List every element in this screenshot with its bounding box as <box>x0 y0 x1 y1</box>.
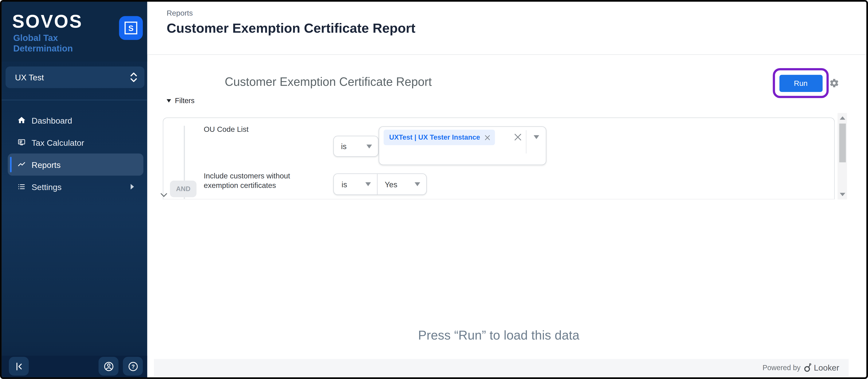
screenshot-root: SOVOS Global Tax Determination S UX Test <box>0 0 868 379</box>
account-circle-icon <box>103 360 114 372</box>
list-icon <box>17 182 26 191</box>
trend-line-icon <box>17 160 26 169</box>
sidebar-nav: Dashboard Tax Calculator <box>2 109 147 198</box>
app-window: SOVOS Global Tax Determination S UX Test <box>0 0 868 379</box>
sidebar-footer: ? <box>2 356 147 377</box>
sovos-app-badge[interactable]: S <box>119 16 143 40</box>
sidebar-item-tax-calculator[interactable]: Tax Calculator <box>8 132 143 153</box>
sidebar: SOVOS Global Tax Determination S UX Test <box>2 2 147 377</box>
sidebar-item-label: Settings <box>32 182 62 192</box>
scroll-down-arrow-icon[interactable] <box>840 193 845 196</box>
active-item-accent-bar <box>10 157 11 172</box>
chevron-down-icon[interactable] <box>533 135 539 139</box>
chevron-down-icon <box>365 182 371 186</box>
powered-by-label: Powered by <box>763 363 800 372</box>
filters-panel: OU Code List is UXTest | UX Tester Insta… <box>163 117 835 200</box>
filter-value-multiselect[interactable]: UXTest | UX Tester Instance <box>379 126 547 165</box>
run-button[interactable]: Run <box>779 75 822 91</box>
page-title: Customer Exemption Certificate Report <box>167 21 415 36</box>
filter-field-label: Include customers without exemption cert… <box>204 171 306 190</box>
chip-label: UXTest | UX Tester Instance <box>389 134 480 141</box>
gear-icon[interactable] <box>829 78 839 88</box>
page-header: Reports Customer Exemption Certificate R… <box>147 2 866 55</box>
empty-state-message: Press “Run” to load this data <box>163 328 835 343</box>
multiselect-divider <box>526 130 527 153</box>
filter-value-select[interactable]: Yes <box>378 174 426 195</box>
main-content: Reports Customer Exemption Certificate R… <box>147 2 866 377</box>
dashboard-title: Customer Exemption Certificate Report <box>225 75 432 89</box>
account-button[interactable] <box>99 357 119 376</box>
filter-operator-select[interactable]: is <box>333 136 378 157</box>
sidebar-item-label: Dashboard <box>32 116 72 125</box>
badge-letter: S <box>128 24 134 32</box>
submenu-arrow-icon <box>131 184 134 190</box>
product-name-line1: Global Tax <box>13 33 58 43</box>
filter-operator-select[interactable]: is <box>334 174 378 195</box>
filter-operator-value-group: is Yes <box>333 173 427 195</box>
brand-logo-text: SOVOS <box>12 11 83 32</box>
looker-dashboard-frame: Customer Exemption Certificate Report Ru… <box>154 56 848 377</box>
looker-logo-icon <box>804 363 812 373</box>
sidebar-item-settings[interactable]: Settings <box>8 176 143 198</box>
chevron-down-icon <box>367 144 372 148</box>
sidebar-item-label: Reports <box>32 160 61 169</box>
and-operator-badge: AND <box>170 180 196 197</box>
collapse-icon <box>13 360 25 372</box>
selected-value-chip: UXTest | UX Tester Instance <box>383 130 495 145</box>
sidebar-item-reports[interactable]: Reports <box>8 153 144 176</box>
operator-value: is <box>342 180 347 188</box>
svg-text:?: ? <box>131 363 134 369</box>
filter-field-label: OU Code List <box>204 125 249 134</box>
help-button[interactable]: ? <box>123 357 143 376</box>
filter-row-collapse-chevron-icon[interactable] <box>160 190 168 196</box>
tenant-selector[interactable]: UX Test <box>5 66 144 88</box>
operator-value: is <box>341 142 347 151</box>
looker-footer: Powered by Looker <box>154 359 848 376</box>
chevron-down-icon <box>415 182 420 186</box>
sidebar-divider <box>2 100 147 100</box>
filter-value: Yes <box>385 180 397 188</box>
sidebar-item-label: Tax Calculator <box>32 138 84 147</box>
looker-brand-label: Looker <box>814 363 839 373</box>
sidebar-header: SOVOS Global Tax Determination S <box>2 2 147 62</box>
collapse-sidebar-button[interactable] <box>9 357 29 376</box>
chip-remove-icon[interactable] <box>485 134 491 141</box>
filters-section-toggle[interactable]: Filters <box>167 96 194 105</box>
tax-calculator-icon <box>17 138 26 147</box>
filters-caret-icon <box>167 99 171 102</box>
scrollbar-thumb[interactable] <box>839 124 846 163</box>
sovos-s-icon: S <box>125 22 137 34</box>
clear-all-icon[interactable] <box>514 133 522 141</box>
run-button-highlight-annotation: Run <box>773 68 829 98</box>
chevron-up-down-icon <box>130 71 138 83</box>
sidebar-item-dashboard[interactable]: Dashboard <box>8 109 143 132</box>
product-name-line2: Determination <box>13 44 73 54</box>
help-icon: ? <box>127 360 139 372</box>
breadcrumb: Reports <box>167 9 193 17</box>
scroll-up-arrow-icon[interactable] <box>840 116 845 120</box>
filters-scrollbar[interactable] <box>838 113 847 200</box>
tenant-selector-value: UX Test <box>15 72 44 82</box>
home-icon <box>17 116 26 125</box>
filters-section-label: Filters <box>175 96 194 105</box>
